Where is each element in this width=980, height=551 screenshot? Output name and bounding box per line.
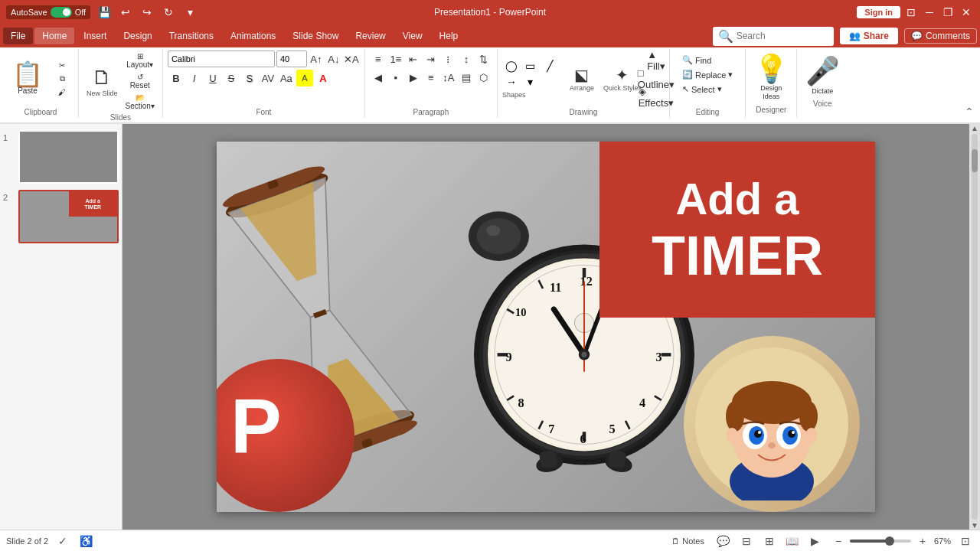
share-button[interactable]: 👥 Share <box>840 28 898 44</box>
numbering-button[interactable]: 1≡ <box>387 51 404 67</box>
change-case-button[interactable]: Aa <box>278 70 295 86</box>
align-center-button[interactable]: ▪ <box>387 69 404 86</box>
format-painter-button[interactable]: 🖌 <box>51 86 74 98</box>
slide-thumb-1[interactable] <box>18 130 119 184</box>
font-size-increase[interactable]: A↑ <box>308 51 325 67</box>
collapse-ribbon-button[interactable]: ⌃ <box>962 103 977 121</box>
highlight-button[interactable]: A <box>296 70 313 86</box>
search-input[interactable] <box>737 31 828 41</box>
design-ideas-button[interactable]: 💡 Design Ideas <box>752 52 790 104</box>
customize-button[interactable]: ▾ <box>182 5 198 20</box>
scroll-up-arrow[interactable]: ▲ <box>971 124 978 132</box>
text-direction-button[interactable]: ↕A <box>440 69 457 86</box>
bold-button[interactable]: B <box>168 70 185 86</box>
more-shapes[interactable]: ▾ <box>521 74 540 90</box>
dictate-button[interactable]: 🎤 Dictate <box>803 52 841 98</box>
font-name-input[interactable] <box>168 51 275 67</box>
signin-button[interactable]: Sign in <box>857 6 900 18</box>
italic-button[interactable]: I <box>186 70 203 86</box>
menu-item-file[interactable]: File <box>3 28 33 44</box>
align-text-button[interactable]: ▤ <box>458 69 475 86</box>
line-spacing-button[interactable]: ↕ <box>458 51 475 67</box>
replace-button[interactable]: 🔄 Replace▾ <box>678 68 737 81</box>
comments-status-icon[interactable]: 💬 <box>715 533 732 549</box>
arrow-shape[interactable]: → <box>502 74 521 90</box>
convert-to-smartart-button[interactable]: ⬡ <box>475 69 492 86</box>
font-size-input[interactable] <box>276 51 307 67</box>
strikethrough-button[interactable]: S <box>223 70 240 86</box>
line-shape[interactable]: ╱ <box>541 58 559 73</box>
indent-increase[interactable]: ⇥ <box>423 51 439 67</box>
repeat-button[interactable]: ↻ <box>161 5 176 20</box>
scroll-track[interactable] <box>972 134 978 520</box>
comments-button[interactable]: 💬 Comments <box>904 28 977 44</box>
fit-slide-button[interactable]: ⊡ <box>957 533 974 549</box>
menu-item-transitions[interactable]: Transitions <box>162 28 221 44</box>
zoom-in-button[interactable]: + <box>914 533 931 549</box>
font-color-button[interactable]: A <box>315 70 332 86</box>
save-button[interactable]: 💾 <box>96 5 112 20</box>
menu-item-slideshow[interactable]: Slide Show <box>285 28 346 44</box>
minimize-button[interactable]: ─ <box>922 5 937 20</box>
slide-sorter-icon[interactable]: ⊞ <box>761 533 778 549</box>
scroll-thumb[interactable] <box>972 149 978 172</box>
shape-effects-button[interactable]: ◈ Effects▾ <box>648 89 665 106</box>
menu-item-design[interactable]: Design <box>116 28 159 44</box>
underline-button[interactable]: U <box>204 70 221 86</box>
select-button[interactable]: ↖ Select▾ <box>678 83 737 96</box>
restore-button[interactable]: ❐ <box>940 5 956 20</box>
clear-formatting[interactable]: ✕A <box>343 51 360 67</box>
new-slide-button[interactable]: 🗋 New Slide <box>83 64 121 99</box>
menu-item-view[interactable]: View <box>395 28 430 44</box>
reset-button[interactable]: ↺ Reset <box>122 71 158 91</box>
shape-fill-button[interactable]: ▲ Fill▾ <box>648 52 665 69</box>
align-justify-button[interactable]: ≡ <box>423 69 439 86</box>
scroll-down-arrow[interactable]: ▼ <box>971 521 978 530</box>
autosave-toggle[interactable]: AutoSave Off <box>6 5 90 19</box>
slide-item-2[interactable]: 2 Add aTIMER <box>3 190 119 243</box>
arrange-button[interactable]: ⬕ Arrange <box>567 64 597 93</box>
paste-button[interactable]: 📋 Paste <box>8 60 47 96</box>
zoom-slider[interactable] <box>850 540 911 543</box>
menu-item-insert[interactable]: Insert <box>76 28 114 44</box>
shape-outline-button[interactable]: □ Outline▾ <box>648 70 665 87</box>
redo-button[interactable]: ↪ <box>139 5 155 20</box>
menu-item-review[interactable]: Review <box>348 28 393 44</box>
menu-item-help[interactable]: Help <box>432 28 466 44</box>
undo-button[interactable]: ↩ <box>118 5 133 20</box>
columns-button[interactable]: ⫶ <box>440 51 457 67</box>
slide-thumb-2[interactable]: Add aTIMER <box>18 190 119 243</box>
accessibility-icon[interactable]: ♿ <box>77 533 94 549</box>
section-button[interactable]: 📂 Section▾ <box>122 92 158 112</box>
notes-button[interactable]: 🗒 Notes <box>667 535 709 547</box>
spell-check-icon[interactable]: ✓ <box>54 533 71 549</box>
slide-item-1[interactable]: 1 <box>3 130 119 184</box>
layout-button[interactable]: ⊞ Layout▾ <box>122 51 158 70</box>
shadow-button[interactable]: S <box>241 70 258 86</box>
reading-view-icon[interactable]: 📖 <box>784 533 801 549</box>
char-spacing-button[interactable]: AV <box>260 70 276 86</box>
red-box: Add a TIMER <box>599 142 875 318</box>
autosave-pill[interactable] <box>51 7 72 18</box>
slideshow-view-icon[interactable]: ▶ <box>807 533 824 549</box>
paragraph-spacing-button[interactable]: ⇅ <box>475 51 492 67</box>
normal-view-icon[interactable]: ⊟ <box>738 533 755 549</box>
copy-button[interactable]: ⧉ <box>51 73 74 85</box>
cut-button[interactable]: ✂ <box>51 60 74 71</box>
oval-shape[interactable]: ◯ <box>502 58 521 73</box>
align-right-button[interactable]: ▶ <box>405 69 422 86</box>
right-scrollbar[interactable]: ▲ ▼ <box>969 124 980 530</box>
bullets-button[interactable]: ≡ <box>370 51 387 67</box>
close-button[interactable]: ✕ <box>959 5 974 20</box>
zoom-knob[interactable] <box>885 536 894 546</box>
menu-item-home[interactable]: Home <box>34 28 74 44</box>
align-left-button[interactable]: ◀ <box>370 69 387 86</box>
find-button[interactable]: 🔍 Find <box>678 54 737 67</box>
rect-shape[interactable]: ▭ <box>521 58 540 73</box>
font-size-decrease[interactable]: A↓ <box>325 51 342 67</box>
indent-decrease[interactable]: ⇤ <box>405 51 422 67</box>
menu-item-animations[interactable]: Animations <box>223 28 283 44</box>
zoom-out-button[interactable]: − <box>830 533 847 549</box>
ribbon-display-button[interactable]: ⊡ <box>903 5 919 20</box>
search-box[interactable]: 🔍 <box>713 27 834 46</box>
